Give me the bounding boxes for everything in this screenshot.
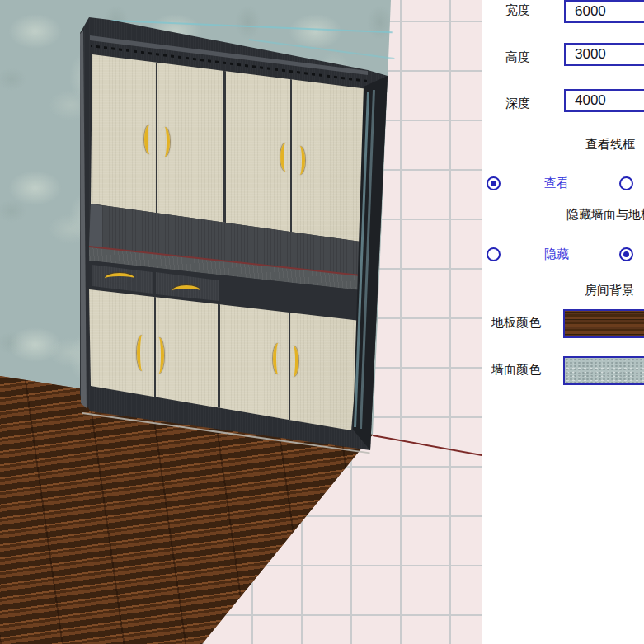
hide-walls-label[interactable]: 隐藏: [544, 247, 569, 262]
height-input[interactable]: [564, 43, 644, 66]
wireframe-section-title: 查看线框: [585, 137, 635, 153]
drawer-handle: [172, 285, 200, 296]
wireframe-view-label[interactable]: 查看: [544, 176, 569, 191]
wall-color-swatch[interactable]: [563, 356, 644, 385]
wireframe-view-radio[interactable]: [487, 176, 501, 190]
floor-color-swatch[interactable]: [563, 309, 644, 338]
door-handle: [159, 127, 170, 157]
hide-walls-radio[interactable]: [487, 247, 501, 261]
room-3d-viewport[interactable]: [0, 0, 482, 644]
height-label: 高度: [505, 49, 530, 65]
wall-color-label: 墙面颜色: [491, 362, 541, 378]
wireframe-off-radio[interactable]: [619, 176, 633, 190]
door-handle: [153, 337, 164, 374]
depth-label: 深度: [505, 96, 530, 111]
room-designer-app: { "panel": { "dimension_rows": [ {"label…: [0, 0, 644, 644]
door-handle: [280, 143, 291, 172]
door-handle: [273, 343, 284, 374]
width-label: 宽度: [505, 2, 530, 18]
hide-section-title: 隐藏墙面与地板: [566, 207, 644, 223]
drawer-handle: [105, 273, 134, 284]
room-background-title: 房间背景: [585, 283, 634, 298]
depth-input[interactable]: [564, 89, 644, 112]
width-input[interactable]: [564, 0, 644, 23]
show-walls-radio[interactable]: [619, 247, 633, 261]
door-gap: [290, 70, 292, 260]
door-handle: [294, 146, 305, 175]
floor-color-label: 地板颜色: [491, 315, 541, 331]
door-handle: [137, 335, 148, 371]
door-handle: [144, 125, 155, 154]
door-handle: [288, 346, 298, 377]
settings-panel: 宽度 高度 深度 查看线框 查看 隐藏墙面与地板 隐藏 房间背景 地板颜色 墙面…: [482, 0, 644, 644]
